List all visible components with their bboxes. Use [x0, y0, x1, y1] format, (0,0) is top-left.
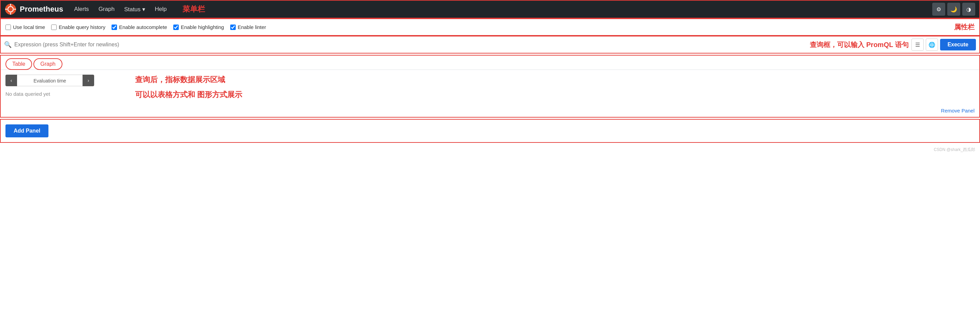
search-bar: 🔍 查询框，可以输入 PromQL 语句 ☰ 🌐 Execute: [0, 36, 980, 54]
nav-graph[interactable]: Graph: [94, 3, 119, 15]
remove-panel-link[interactable]: Remove Panel: [941, 108, 975, 114]
search-hint-cn: 查询框，可以输入 PromQL 语句: [810, 40, 909, 49]
panel-hint-line2: 可以以表格方式和 图形方式展示: [135, 90, 242, 100]
panel-tabs: Table Graph: [1, 55, 979, 70]
autocomplete-checkbox[interactable]: Enable autocomplete: [111, 24, 167, 30]
panel: Table Graph ‹ Evaluation time › No data …: [0, 55, 980, 118]
eval-prev-button[interactable]: ‹: [5, 74, 17, 86]
panel-footer: Remove Panel: [1, 106, 979, 117]
highlighting-label: Enable highlighting: [181, 24, 224, 30]
linter-checkbox[interactable]: Enable linter: [230, 24, 266, 30]
autocomplete-input[interactable]: [111, 25, 117, 30]
add-panel-button[interactable]: Add Panel: [5, 124, 48, 138]
toolbar: Use local time Enable query history Enab…: [0, 18, 980, 36]
tab-table[interactable]: Table: [5, 58, 32, 70]
metrics-button[interactable]: 🌐: [926, 38, 938, 51]
brand: Prometheus: [5, 3, 63, 15]
highlighting-input[interactable]: [173, 25, 179, 30]
linter-input[interactable]: [230, 25, 236, 30]
toolbar-label-cn: 属性栏: [954, 22, 975, 32]
autocomplete-label: Enable autocomplete: [119, 24, 167, 30]
linter-label: Enable linter: [238, 24, 266, 30]
no-data-text: No data queried yet: [5, 91, 94, 97]
nav-status[interactable]: Status ▾: [120, 3, 150, 16]
add-panel-area: Add Panel: [0, 119, 980, 143]
query-history-label: Enable query history: [59, 24, 105, 30]
format-button[interactable]: ☰: [912, 38, 924, 51]
panel-left: ‹ Evaluation time › No data queried yet: [5, 74, 94, 101]
local-time-label: Use local time: [13, 24, 45, 30]
local-time-checkbox[interactable]: Use local time: [5, 24, 45, 30]
navbar-icons: ⚙ 🌙 ◑: [932, 3, 975, 16]
settings-button[interactable]: ⚙: [932, 3, 945, 16]
eval-time-label: Evaluation time: [17, 74, 83, 86]
navbar: Prometheus Alerts Graph Status ▾ Help 菜单…: [0, 0, 980, 18]
query-history-input[interactable]: [51, 25, 57, 30]
brand-title: Prometheus: [20, 5, 63, 14]
panel-content-row: ‹ Evaluation time › No data queried yet …: [5, 74, 975, 101]
search-right-actions: ☰ 🌐 Execute: [912, 38, 976, 51]
menu-label-cn: 菜单栏: [183, 4, 205, 14]
nav-help[interactable]: Help: [151, 3, 171, 15]
panel-hint-line1: 查询后，指标数据展示区域: [135, 74, 242, 85]
eval-next-button[interactable]: ›: [83, 74, 94, 86]
brand-logo: [5, 3, 16, 15]
nav-links: Alerts Graph Status ▾ Help 菜单栏: [70, 3, 932, 16]
panel-hint-cn: 查询后，指标数据展示区域 可以以表格方式和 图形方式展示: [135, 74, 242, 100]
highlighting-checkbox[interactable]: Enable highlighting: [173, 24, 224, 30]
nav-alerts[interactable]: Alerts: [70, 3, 93, 15]
eval-time-row: ‹ Evaluation time ›: [5, 74, 94, 86]
search-input[interactable]: [14, 41, 800, 48]
footer-text: CSDN @shark_西瓜郎: [934, 147, 975, 152]
tab-graph[interactable]: Graph: [33, 58, 62, 70]
page-footer: CSDN @shark_西瓜郎: [0, 144, 980, 155]
panel-body: ‹ Evaluation time › No data queried yet …: [1, 70, 979, 106]
darkmode-button[interactable]: 🌙: [947, 3, 960, 16]
execute-button[interactable]: Execute: [940, 39, 976, 51]
local-time-input[interactable]: [5, 25, 11, 30]
query-history-checkbox[interactable]: Enable query history: [51, 24, 105, 30]
search-icon: 🔍: [4, 41, 11, 48]
contrast-button[interactable]: ◑: [962, 3, 975, 16]
